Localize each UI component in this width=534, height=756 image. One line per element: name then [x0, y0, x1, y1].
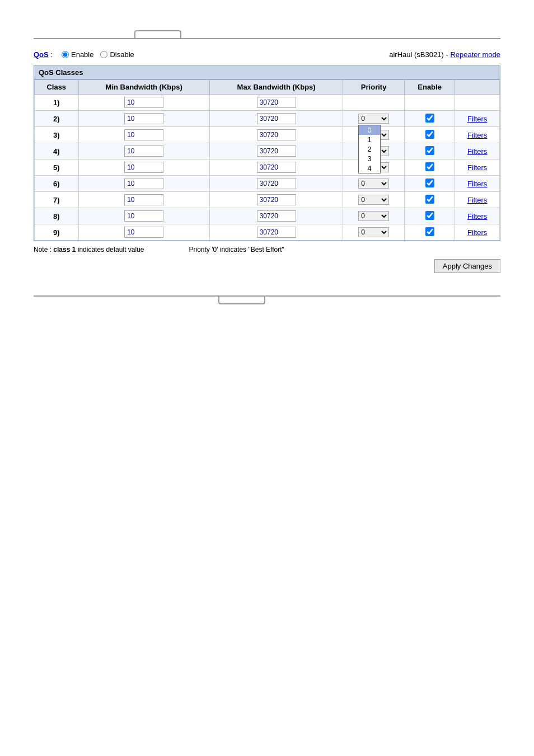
table-row: 9)01234Filters [35, 224, 500, 241]
max-bw-cell [209, 111, 343, 127]
enable-label: Enable [71, 50, 93, 59]
col-actions [455, 80, 500, 95]
min-bw-cell [78, 176, 209, 192]
class-number: 8) [53, 212, 60, 220]
col-enable: Enable [404, 80, 455, 95]
class-cell: 3) [35, 127, 79, 143]
enable-checkbox[interactable] [425, 146, 434, 155]
priority-option[interactable]: 1 [359, 135, 380, 144]
filters-cell: Filters [455, 143, 500, 159]
min-bw-input[interactable] [124, 113, 163, 124]
enable-cell [404, 224, 455, 241]
enable-checkbox[interactable] [425, 179, 434, 187]
filters-cell [455, 95, 500, 111]
class-number: 6) [53, 180, 60, 188]
class-number: 3) [53, 131, 60, 139]
enable-checkbox[interactable] [425, 211, 434, 220]
max-bw-cell [209, 127, 343, 143]
class-number: 9) [53, 228, 60, 237]
apply-row: Apply Changes [34, 259, 500, 273]
max-bw-cell [209, 224, 343, 241]
max-bw-input[interactable] [257, 97, 296, 108]
filters-cell: Filters [455, 192, 500, 208]
min-bw-input[interactable] [124, 178, 163, 189]
top-bar [34, 11, 500, 39]
qos-header: QoS : Enable Disable airHaul (sB3021) - … [34, 50, 500, 59]
max-bw-cell [209, 176, 343, 192]
bottom-bar [34, 295, 500, 312]
max-bw-input[interactable] [257, 113, 296, 124]
priority-select[interactable]: 01234 [358, 179, 389, 189]
enable-checkbox[interactable] [425, 162, 434, 171]
filters-link[interactable]: Filters [467, 228, 487, 237]
priority-option[interactable]: 4 [359, 163, 380, 173]
qos-label: QoS : [34, 50, 53, 59]
qos-link[interactable]: QoS [34, 50, 49, 59]
disable-radio-item: Disable [100, 50, 134, 59]
qos-classes-title: QoS Classes [34, 66, 500, 79]
max-bw-input[interactable] [257, 194, 296, 205]
table-row: 7)01234Filters [35, 192, 500, 208]
max-bw-input[interactable] [257, 227, 296, 238]
filters-link[interactable]: Filters [467, 131, 487, 139]
device-mode-link[interactable]: Repeater mode [450, 50, 500, 59]
enable-cell [404, 143, 455, 159]
filters-link[interactable]: Filters [467, 196, 487, 204]
min-bw-cell [78, 95, 209, 111]
filters-link[interactable]: Filters [467, 147, 487, 156]
col-min-bw: Min Bandwidth (Kbps) [78, 80, 209, 95]
col-priority: Priority [343, 80, 404, 95]
class-cell: 4) [35, 143, 79, 159]
filters-link[interactable]: Filters [467, 180, 487, 188]
qos-colon: : [50, 50, 53, 59]
table-row: 4)01234Filters [35, 143, 500, 159]
priority-option[interactable]: 2 [359, 144, 380, 154]
note1: Note : class 1 indicates default value [34, 246, 144, 253]
max-bw-input[interactable] [257, 129, 296, 140]
disable-radio[interactable] [100, 51, 107, 58]
min-bw-cell [78, 224, 209, 241]
priority-select[interactable]: 01234 [358, 211, 389, 221]
note-label: Note : [34, 246, 53, 253]
min-bw-input[interactable] [124, 145, 163, 157]
filters-cell: Filters [455, 176, 500, 192]
filters-link[interactable]: Filters [467, 163, 487, 172]
enable-cell [404, 192, 455, 208]
priority-cell: 01234 [343, 208, 404, 224]
max-bw-input[interactable] [257, 178, 296, 189]
class-number: 7) [53, 196, 60, 204]
max-bw-input[interactable] [257, 162, 296, 173]
filters-link[interactable]: Filters [467, 115, 487, 123]
min-bw-input[interactable] [124, 129, 163, 140]
apply-changes-button[interactable]: Apply Changes [434, 259, 500, 273]
enable-radio[interactable] [62, 51, 69, 58]
enable-checkbox[interactable] [425, 195, 434, 204]
max-bw-input[interactable] [257, 145, 296, 157]
min-bw-input[interactable] [124, 227, 163, 238]
priority-select[interactable]: 01234 [358, 114, 389, 124]
filters-cell: Filters [455, 127, 500, 143]
class-number: 4) [53, 147, 60, 156]
min-bw-cell [78, 208, 209, 224]
class-cell: 2) [35, 111, 79, 127]
priority-option[interactable]: 0 [359, 125, 380, 135]
filters-cell: Filters [455, 159, 500, 176]
enable-cell [404, 208, 455, 224]
note-class1: class 1 [53, 246, 76, 253]
enable-checkbox[interactable] [425, 227, 434, 236]
max-bw-input[interactable] [257, 210, 296, 222]
enable-checkbox[interactable] [425, 130, 434, 139]
min-bw-input[interactable] [124, 162, 163, 173]
enable-cell [404, 127, 455, 143]
min-bw-input[interactable] [124, 97, 163, 108]
class-number: 5) [53, 163, 60, 172]
min-bw-input[interactable] [124, 210, 163, 222]
priority-option[interactable]: 3 [359, 154, 380, 163]
priority-select[interactable]: 01234 [358, 195, 389, 205]
priority-select[interactable]: 01234 [358, 227, 389, 237]
min-bw-input[interactable] [124, 194, 163, 205]
enable-checkbox[interactable] [425, 114, 434, 123]
min-bw-cell [78, 127, 209, 143]
filters-link[interactable]: Filters [467, 212, 487, 220]
class-cell: 5) [35, 159, 79, 176]
